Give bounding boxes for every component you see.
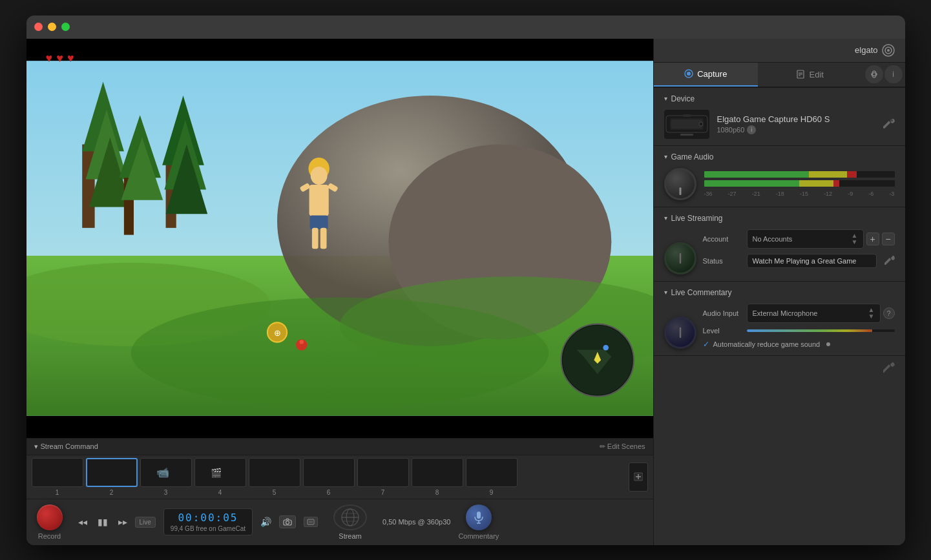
right-panel: elgato Capture [653,39,905,545]
stream-command-arrow[interactable]: ▾ [34,442,38,451]
timecode-display: 00:00:05 99,4 GB free on GameCat [163,508,253,535]
add-scene-button[interactable] [629,462,648,492]
commentary-knob[interactable] [664,316,696,349]
audio-input-label: Audio Input [703,309,742,317]
globe-icon [340,508,360,527]
resolution-info-icon[interactable]: i [747,125,756,134]
level-fill [747,329,873,332]
rewind-button[interactable]: ◂◂ [76,515,90,528]
device-section-header[interactable]: ▾ Device [664,94,895,103]
scene-item-7[interactable]: 7 [357,458,409,496]
scene-num-8: 8 [435,489,439,496]
scene-item-9[interactable]: 9 [466,458,518,496]
info-button[interactable]: i [884,65,903,83]
elgato-name: elgato [855,45,877,55]
audio-input-help-button[interactable]: ? [883,307,895,319]
snapshot-button[interactable] [279,515,296,528]
scene-thumb-7[interactable] [357,458,409,487]
resolution-text: 1080p60 [717,126,745,134]
traffic-lights [34,23,70,31]
scene-item-1[interactable]: 1 [32,458,83,496]
scene-item-4[interactable]: 🎬 4 [194,458,246,496]
scene-thumb-3[interactable]: 📹 [140,458,192,487]
scene-thumb-9[interactable] [466,458,518,487]
tab-edit-label: Edit [810,70,824,79]
svg-point-53 [887,49,890,52]
scene-thumb-6[interactable] [303,458,355,487]
live-button[interactable]: Live [135,517,156,528]
settings-button[interactable] [865,65,883,83]
icon-buttons-group: i [863,63,905,87]
device-row: Elgato Game Capture HD60 S 1080p60 i [664,110,895,139]
device-details: Elgato Game Capture HD60 S 1080p60 i [717,114,830,134]
scene-thumb-2[interactable] [86,458,138,487]
live-commentary-title: Live Commentary [671,288,732,297]
stream-label: Stream [339,532,361,540]
scene-item-8[interactable]: 8 [412,458,463,496]
capture-card-image [665,110,709,138]
minimize-button[interactable] [48,23,56,31]
scene-item-2[interactable]: 2 [86,458,138,496]
scene-3-icon: 📹 [153,464,179,480]
auto-reduce-label: Automatically reduce game sound [713,340,821,348]
elgato-icon [882,44,895,57]
close-button[interactable] [34,23,43,31]
live-commentary-header[interactable]: ▾ Live Commentary [664,288,895,297]
scene-thumb-4[interactable]: 🎬 [194,458,246,487]
commentary-button[interactable] [466,504,492,530]
meter-bar-2 [704,180,895,187]
svg-rect-65 [683,114,691,117]
scene-thumb-8[interactable] [412,458,463,487]
maximize-button[interactable] [61,23,70,31]
auto-reduce-checkbox[interactable]: ✓ [703,340,709,349]
commentary-knob-indicator [671,323,690,342]
device-resolution: 1080p60 i [717,125,830,134]
status-input[interactable]: Watch Me Playing a Great Game [747,254,877,268]
audio-input-dropdown[interactable]: External Microphone ▲ ▼ [747,304,881,323]
game-audio-header[interactable]: ▾ Game Audio [664,152,895,161]
meter-label-3: -3 [889,191,894,197]
status-wrench-icon[interactable] [884,254,895,267]
svg-text:🎬: 🎬 [211,468,222,479]
app-window: ⊕ ♥ ♥ ♥ ▾ Stream Command [26,16,905,545]
remove-account-button[interactable]: − [882,233,895,245]
game-preview: ⊕ ♥ ♥ ♥ [26,39,653,438]
stream-button[interactable] [333,504,367,530]
fastforward-button[interactable]: ▸▸ [116,515,130,528]
commentary-controls: Audio Input External Microphone ▲ ▼ ? [703,304,895,349]
volume-icon[interactable]: 🔊 [260,517,271,527]
right-header: elgato [654,39,905,63]
storage-info: 99,4 GB free on GameCat [171,525,246,532]
main-content: ⊕ ♥ ♥ ♥ ▾ Stream Command [26,39,905,545]
streaming-knob[interactable] [664,242,696,275]
device-settings-icon[interactable] [883,117,895,131]
scene-item-6[interactable]: 6 [303,458,355,496]
scene-thumb-1[interactable] [32,458,83,487]
fullscreen-button[interactable] [304,517,318,527]
pause-button[interactable]: ▮▮ [95,515,110,528]
meter-bar-1 [704,171,895,178]
add-scene-icon [634,472,643,481]
bitrate-text: 0,50 Mbps @ 360p30 [382,518,450,526]
account-dropdown[interactable]: No Accounts ▲ ▼ [747,229,864,249]
edit-scenes-button[interactable]: ✏ Edit Scenes [600,442,645,451]
device-section-title: Device [671,94,695,103]
scene-item-5[interactable]: 5 [249,458,300,496]
svg-rect-66 [680,134,693,136]
edit-scenes-label: Edit Scenes [607,442,645,450]
record-button[interactable] [37,504,63,530]
panel-settings-icon[interactable] [883,361,895,375]
status-row: Status Watch Me Playing a Great Game [703,254,895,268]
audio-input-value: External Microphone [753,309,818,317]
live-commentary-section: ▾ Live Commentary Audio Input [654,281,905,355]
scene-thumb-5[interactable] [249,458,300,487]
svg-point-17 [131,297,549,408]
game-audio-knob[interactable] [664,168,696,200]
tab-capture[interactable]: Capture [654,63,758,87]
scene-item-3[interactable]: 📹 3 [140,458,192,496]
live-streaming-header[interactable]: ▾ Live Streaming [664,214,895,223]
add-account-button[interactable]: + [866,233,879,245]
scene-num-9: 9 [490,489,494,496]
tab-edit[interactable]: Edit [758,63,863,87]
svg-rect-23 [320,227,326,248]
